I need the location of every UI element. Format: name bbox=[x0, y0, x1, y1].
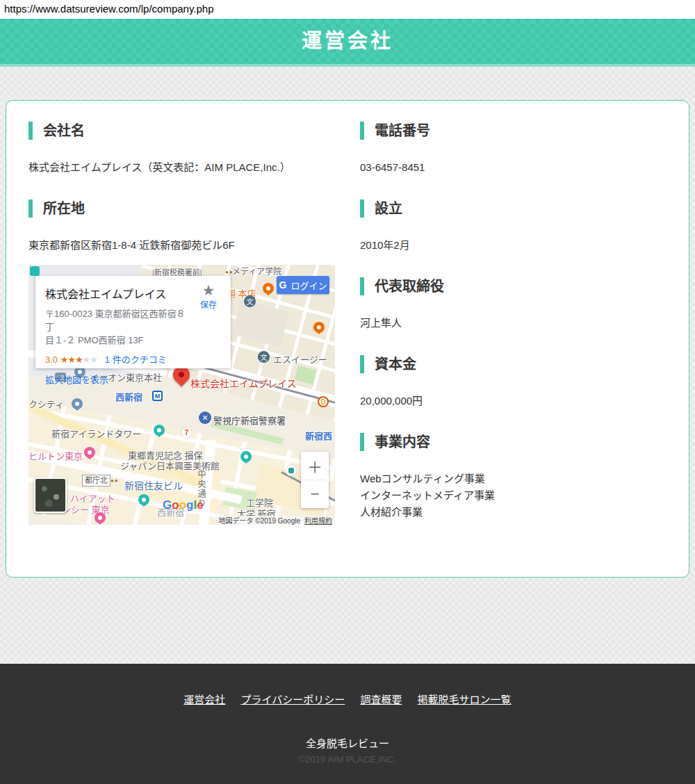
capital-heading: 資本金 bbox=[360, 355, 667, 373]
google-map-embed[interactable]: |新宿税務署前| ●● メディア学院 翔 本店 文 文 エスイージー 12 イー… bbox=[28, 265, 335, 525]
copyright: ©2019 AIM PLACE,INC. bbox=[0, 754, 695, 765]
museum-pin-icon[interactable] bbox=[240, 451, 252, 462]
map-label-tocho-kita: 都庁北 bbox=[82, 475, 111, 487]
address-heading: 所在地 bbox=[28, 199, 335, 218]
rating-stars-filled: ★★★ bbox=[60, 354, 83, 365]
seven-eleven-icon: 7 bbox=[181, 427, 192, 438]
map-label-sumitomo: 新宿住友ビル bbox=[124, 478, 183, 492]
map-data-credit: 地図データ ©2019 Google bbox=[219, 515, 300, 525]
map-label-seg: エスイージー bbox=[273, 352, 327, 366]
poi-pin-icon[interactable] bbox=[154, 425, 165, 436]
business-line: 人材紹介事業 bbox=[360, 504, 667, 521]
map-attribution: 地図データ ©2019 Google 利用規約 bbox=[216, 516, 335, 525]
footer-link-survey[interactable]: 調査概要 bbox=[360, 694, 402, 705]
browser-url[interactable]: https://www.datsureview.com/lp/company.p… bbox=[0, 0, 695, 19]
map-label-media-school: メディア学院 bbox=[232, 265, 281, 277]
school-icon: 文 bbox=[258, 351, 270, 363]
map-label-kushiti: クシティ bbox=[28, 397, 64, 410]
metro-logo-icon: M bbox=[152, 391, 163, 401]
enlarge-map-link[interactable]: 拡大地図を表示 bbox=[45, 373, 108, 386]
page-title: 運営会社 bbox=[0, 19, 695, 64]
business-line: インターネットメディア事業 bbox=[360, 487, 667, 504]
restaurant-pin-icon[interactable] bbox=[263, 283, 274, 294]
business-heading: 事業内容 bbox=[360, 433, 667, 451]
section-capital: 資本金 20,000,000円 bbox=[360, 355, 667, 409]
info-window-address: 〒160-0023 東京都新宿区西新宿８丁 目１-２ PMO西新宿 13F bbox=[45, 307, 191, 347]
save-place-control[interactable]: ★ 保存 bbox=[196, 283, 221, 310]
site-name: 全身脱毛レビュー bbox=[0, 735, 695, 750]
rating-stars-empty: ★★ bbox=[83, 354, 97, 365]
info-window-rating: 3.0 ★★★★★ 1 件のクチコミ bbox=[45, 352, 221, 366]
phone-value: 03-6457-8451 bbox=[360, 159, 667, 176]
map-info-window: 株式会社エイムプレイス ★ 保存 〒160-0023 東京都新宿区西新宿８丁 目… bbox=[35, 276, 231, 368]
footer-nav: 運営会社 プライバシーポリシー 調査概要 掲載脱毛サロン一覧 bbox=[0, 692, 695, 706]
info-window-title: 株式会社エイムプレイス bbox=[45, 285, 221, 302]
section-established: 設立 2010年2月 bbox=[360, 199, 667, 254]
page-header: 運営会社 bbox=[0, 19, 695, 67]
map-road-dots: ●● bbox=[111, 477, 119, 484]
google-logo: Google bbox=[163, 498, 204, 512]
established-heading: 設立 bbox=[360, 199, 667, 218]
police-icon: ✕ bbox=[199, 411, 211, 424]
rating-score: 3.0 bbox=[45, 354, 58, 365]
section-phone: 電話番号 03-6457-8451 bbox=[360, 122, 667, 176]
section-company-name: 会社名 株式会社エイムプレイス（英文表記：AIM PLACE,Inc.） bbox=[28, 122, 335, 176]
map-label-hilton: ヒルトン東京 bbox=[28, 449, 83, 462]
company-info-card: 会社名 株式会社エイムプレイス（英文表記：AIM PLACE,Inc.） 所在地… bbox=[6, 100, 689, 578]
map-label-island-tower: 新宿アイランドタワー bbox=[51, 427, 141, 440]
google-login-button[interactable]: G ログイン bbox=[277, 276, 329, 294]
poi-pin-icon[interactable] bbox=[72, 398, 83, 409]
google-g-icon: G bbox=[279, 279, 287, 291]
footer-link-company[interactable]: 運営会社 bbox=[183, 694, 225, 705]
login-label: ログイン bbox=[291, 279, 327, 292]
street-view-thumbnail[interactable] bbox=[34, 477, 67, 513]
company-name-value: 株式会社エイムプレイス（英文表記：AIM PLACE,Inc.） bbox=[28, 159, 335, 176]
zoom-out-button[interactable]: − bbox=[301, 480, 329, 508]
hotel-pin-icon[interactable] bbox=[95, 512, 106, 523]
business-line: Webコンサルティング事業 bbox=[360, 471, 667, 487]
company-name-heading: 会社名 bbox=[28, 122, 335, 140]
phone-heading: 電話番号 bbox=[360, 122, 667, 140]
zoom-in-button[interactable]: ＋ bbox=[301, 452, 329, 480]
shop-pin-icon[interactable]: D bbox=[318, 396, 329, 407]
section-ceo: 代表取締役 河上隼人 bbox=[360, 277, 667, 332]
address-value: 東京都新宿区新宿1-8-4 近鉄新宿御苑ビル6F bbox=[28, 237, 335, 254]
map-label-shinjuku-nishi: 新宿西 bbox=[305, 429, 332, 442]
save-label: 保存 bbox=[196, 298, 221, 310]
ceo-value: 河上隼人 bbox=[360, 315, 667, 332]
poi-pin-icon[interactable] bbox=[138, 494, 149, 505]
star-save-icon[interactable]: ★ bbox=[196, 283, 221, 298]
site-footer: 運営会社 プライバシーポリシー 調査概要 掲載脱毛サロン一覧 全身脱毛レビュー … bbox=[0, 664, 695, 784]
section-business: 事業内容 Webコンサルティング事業 インターネットメディア事業 人材紹介事業 bbox=[360, 433, 667, 521]
map-zoom-control: ＋ − bbox=[301, 452, 329, 508]
map-label-police: 警視庁新宿警察署 bbox=[213, 414, 286, 427]
school-icon: 文 bbox=[244, 295, 256, 307]
reviews-link[interactable]: 1 件のクチコミ bbox=[105, 354, 167, 365]
restaurant-pin-icon[interactable] bbox=[313, 322, 325, 333]
bus-stop-icon bbox=[286, 465, 297, 476]
hotel-pin-icon[interactable] bbox=[84, 447, 95, 458]
map-poi-icon bbox=[30, 266, 40, 276]
section-address: 所在地 東京都新宿区新宿1-8-4 近鉄新宿御苑ビル6F bbox=[28, 199, 335, 525]
established-value: 2010年2月 bbox=[360, 237, 667, 254]
footer-link-salons[interactable]: 掲載脱毛サロン一覧 bbox=[418, 694, 512, 705]
map-label-station: 西新宿 bbox=[115, 390, 142, 403]
footer-link-privacy[interactable]: プライバシーポリシー bbox=[241, 694, 345, 705]
page-background: 会社名 株式会社エイムプレイス（英文表記：AIM PLACE,Inc.） 所在地… bbox=[0, 67, 695, 664]
map-terms-link[interactable]: 利用規約 bbox=[304, 515, 332, 525]
ceo-heading: 代表取締役 bbox=[360, 277, 667, 295]
capital-value: 20,000,000円 bbox=[360, 393, 667, 409]
